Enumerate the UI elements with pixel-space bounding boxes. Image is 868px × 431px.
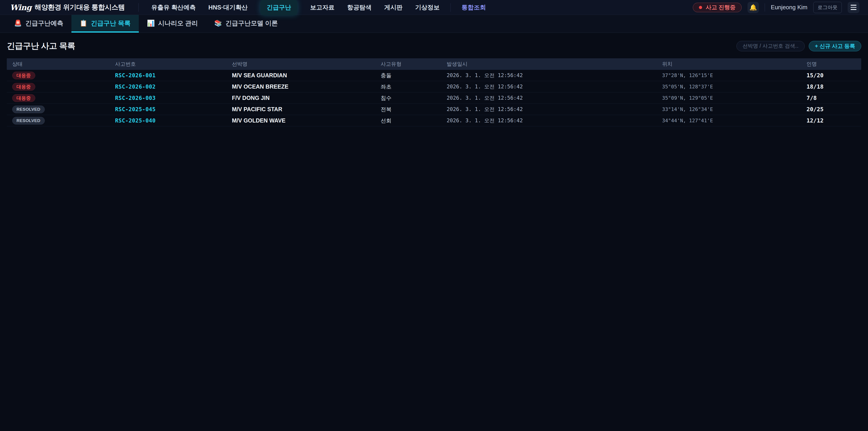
tab-rescue-list[interactable]: 📋 긴급구난 목록 bbox=[71, 15, 139, 33]
status-badge: RESOLVED bbox=[12, 105, 45, 113]
position: 35°09'N, 129°05'E bbox=[657, 95, 801, 101]
nav-item-board[interactable]: 게시판 bbox=[384, 3, 403, 11]
position: 33°14'N, 126°34'E bbox=[657, 106, 801, 112]
notification-bell-button[interactable]: 🔔 bbox=[747, 2, 759, 13]
col-header-incident-type: 사고유형 bbox=[375, 61, 441, 68]
clipboard-icon: 📋 bbox=[80, 20, 88, 27]
incident-row[interactable]: 대응중 RSC-2026-001 M/V SEA GUARDIAN 충돌 202… bbox=[7, 70, 861, 81]
ship-name: M/V SEA GUARDIAN bbox=[226, 72, 375, 79]
position: 34°44'N, 127°41'E bbox=[657, 118, 801, 123]
alert-label: 사고 진행중 bbox=[706, 4, 736, 11]
tab-rescue-model-theory[interactable]: 📚 긴급구난모델 이론 bbox=[206, 15, 286, 33]
incident-id-link[interactable]: RSC-2026-003 bbox=[110, 95, 226, 101]
table-body: 대응중 RSC-2026-001 M/V SEA GUARDIAN 충돌 202… bbox=[7, 70, 861, 126]
top-navbar: Wing 해양환경 위기대응 통합시스템 유출유 확산예측 HNS·대기확산 긴… bbox=[0, 0, 868, 15]
status-badge: 대응중 bbox=[12, 94, 35, 102]
table-header-row: 상태 사고번호 선박명 사고유형 발생일시 위치 인명 bbox=[7, 58, 861, 70]
incident-row[interactable]: RESOLVED RSC-2025-040 M/V GOLDEN WAVE 선회… bbox=[7, 115, 861, 126]
occurred-at: 2026. 3. 1. 오전 12:56:42 bbox=[441, 83, 657, 90]
incident-id-link[interactable]: RSC-2025-040 bbox=[110, 118, 226, 124]
col-header-persons: 인명 bbox=[801, 61, 861, 68]
new-incident-button[interactable]: + 신규 사고 등록 bbox=[809, 41, 861, 51]
ship-name: M/V OCEAN BREEZE bbox=[226, 83, 375, 90]
logout-button[interactable]: 로그아웃 bbox=[813, 2, 842, 13]
status-badge: RESOLVED bbox=[12, 117, 45, 125]
tab-label: 긴급구난모델 이론 bbox=[225, 19, 278, 28]
tab-label: 긴급구난예측 bbox=[25, 19, 63, 28]
nav-item-aerial-search[interactable]: 항공탐색 bbox=[347, 3, 372, 11]
col-header-ship-name: 선박명 bbox=[226, 61, 375, 68]
wing-logo: Wing bbox=[10, 3, 31, 12]
incident-row[interactable]: 대응중 RSC-2026-003 F/V DONG JIN 침수 2026. 3… bbox=[7, 92, 861, 104]
ship-name: F/V DONG JIN bbox=[226, 95, 375, 101]
alert-dot-icon bbox=[699, 6, 702, 9]
search-input[interactable] bbox=[737, 41, 805, 51]
tab-label: 긴급구난 목록 bbox=[91, 19, 131, 28]
position: 35°05'N, 128°37'E bbox=[657, 84, 801, 90]
incident-type: 충돌 bbox=[375, 72, 441, 79]
siren-icon: 🚨 bbox=[14, 20, 22, 27]
incident-row[interactable]: RESOLVED RSC-2025-045 M/V PACIFIC STAR 전… bbox=[7, 104, 861, 115]
col-header-incident-id: 사고번호 bbox=[110, 61, 226, 68]
app-title: 해양환경 위기대응 통합시스템 bbox=[35, 3, 125, 12]
nav-item-weather-info[interactable]: 기상정보 bbox=[415, 3, 440, 11]
nav-item-hns-atmospheric[interactable]: HNS·대기확산 bbox=[209, 3, 248, 11]
col-header-status: 상태 bbox=[7, 61, 110, 68]
position: 37°28'N, 126°15'E bbox=[657, 72, 801, 78]
ship-name: M/V PACIFIC STAR bbox=[226, 106, 375, 113]
occurred-at: 2026. 3. 1. 오전 12:56:42 bbox=[441, 106, 657, 113]
occurred-at: 2026. 3. 1. 오전 12:56:42 bbox=[441, 72, 657, 79]
incident-type: 선회 bbox=[375, 117, 441, 124]
ship-name: M/V GOLDEN WAVE bbox=[226, 117, 375, 124]
bar-chart-icon: 📊 bbox=[147, 20, 155, 27]
incident-type: 전복 bbox=[375, 106, 441, 113]
incident-table: 상태 사고번호 선박명 사고유형 발생일시 위치 인명 대응중 RSC-2026… bbox=[7, 58, 861, 126]
username: Eunjeong Kim bbox=[771, 4, 807, 11]
user-section-divider bbox=[765, 3, 765, 11]
page-actions: + 신규 사고 등록 bbox=[737, 41, 861, 51]
persons-count: 20/25 bbox=[801, 106, 861, 113]
status-badge: 대응중 bbox=[12, 83, 35, 91]
nav-item-integrated-lookup[interactable]: 통합조회 bbox=[462, 3, 486, 11]
incident-row[interactable]: 대응중 RSC-2026-002 M/V OCEAN BREEZE 좌초 202… bbox=[7, 81, 861, 92]
books-icon: 📚 bbox=[214, 20, 222, 27]
status-badge: 대응중 bbox=[12, 72, 35, 79]
page-title: 긴급구난 사고 목록 bbox=[7, 40, 75, 52]
persons-count: 15/20 bbox=[801, 72, 861, 79]
persons-count: 18/18 bbox=[801, 83, 861, 90]
col-header-position: 위치 bbox=[657, 61, 801, 68]
col-header-occurred-at: 발생일시 bbox=[441, 61, 657, 68]
occurred-at: 2026. 3. 1. 오전 12:56:42 bbox=[441, 94, 657, 101]
incident-id-link[interactable]: RSC-2026-001 bbox=[110, 72, 226, 79]
incident-type: 침수 bbox=[375, 94, 441, 102]
incident-type: 좌초 bbox=[375, 83, 441, 90]
bell-icon: 🔔 bbox=[749, 4, 757, 11]
topbar-right: 사고 진행중 🔔 Eunjeong Kim 로그아웃 bbox=[693, 2, 860, 13]
persons-count: 12/12 bbox=[801, 117, 861, 124]
incident-in-progress-badge: 사고 진행중 bbox=[693, 3, 742, 12]
incident-id-link[interactable]: RSC-2026-002 bbox=[110, 84, 226, 90]
tab-rescue-forecast[interactable]: 🚨 긴급구난예측 bbox=[6, 15, 71, 33]
tab-scenario-management[interactable]: 📊 시나리오 관리 bbox=[139, 15, 206, 33]
page-header: 긴급구난 사고 목록 + 신규 사고 등록 bbox=[0, 33, 868, 58]
nav-section-divider bbox=[451, 3, 451, 12]
nav-item-emergency-rescue[interactable]: 긴급구난 bbox=[260, 0, 298, 15]
hamburger-icon bbox=[850, 5, 857, 6]
nav-item-oil-spill-forecast[interactable]: 유출유 확산예측 bbox=[151, 3, 196, 11]
nav-item-reports[interactable]: 보고자료 bbox=[310, 3, 335, 11]
hamburger-menu-button[interactable] bbox=[848, 2, 860, 13]
incident-id-link[interactable]: RSC-2025-045 bbox=[110, 106, 226, 113]
occurred-at: 2026. 3. 1. 오전 12:56:42 bbox=[441, 117, 657, 124]
persons-count: 7/8 bbox=[801, 95, 861, 101]
sub-tabbar: 🚨 긴급구난예측 📋 긴급구난 목록 📊 시나리오 관리 📚 긴급구난모델 이론 bbox=[0, 15, 868, 33]
tab-label: 시나리오 관리 bbox=[158, 19, 198, 28]
brand: Wing 해양환경 위기대응 통합시스템 bbox=[10, 3, 125, 12]
main-nav: 유출유 확산예측 HNS·대기확산 긴급구난 보고자료 항공탐색 게시판 기상정… bbox=[151, 0, 486, 15]
